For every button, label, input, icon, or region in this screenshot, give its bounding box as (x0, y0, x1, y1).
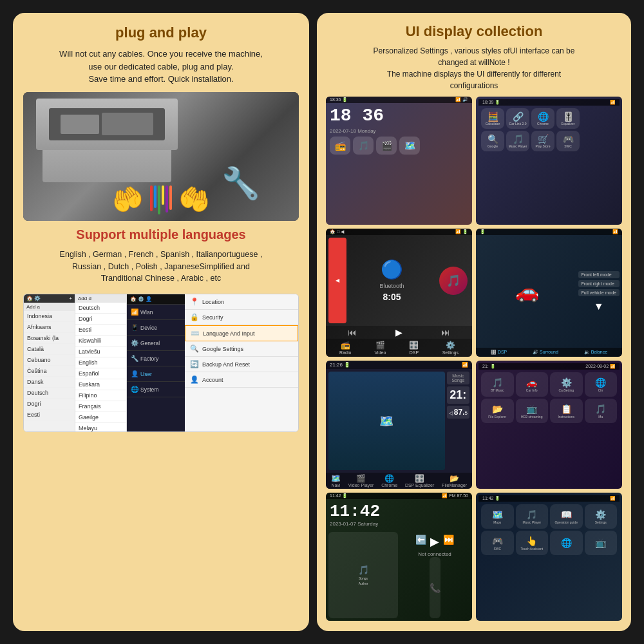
bt-controls: ⏮ ▶ ⏭ (326, 326, 472, 339)
install-image: 🤲 🤲 (23, 92, 299, 221)
app-chrome: 🌐Chrome (531, 108, 554, 129)
settings-system[interactable]: 🌐System (127, 382, 185, 397)
ui-cell-app-grid-2: 21: 🔋2022-08-02 📶 🎵BT Music 🚗Car Info ⚙️… (476, 361, 622, 489)
app-grid-container: 🧮Calculator 🔗Car Link 2.0 🌐Chrome 🎚️Equa… (478, 106, 620, 156)
app-playstore: 🛒Play Store (531, 131, 554, 151)
nav-dsp-eq: 🎛️DSP Equalizer (405, 474, 434, 488)
app2-instructions: 📋Instructions (550, 399, 583, 423)
settings-device[interactable]: 📱Device (127, 320, 185, 336)
app2-hd2: 📺HD2 streaming (516, 399, 549, 423)
app-google: 🔍Google (481, 131, 504, 151)
settings-location[interactable]: 📍 Location (185, 294, 298, 310)
right-panel: UI display collection Personalized Setti… (317, 13, 631, 631)
nav-top: 21:26 🔋📶 (326, 361, 472, 369)
bt-bottom-bar: 📻Radio 🎬Video 🎛️DSP ⚙️Settings (326, 339, 472, 357)
status-bar-1: 18:36 🔋📶 🔊 (326, 97, 472, 103)
video-icon-cell1: 🎬 (376, 137, 397, 155)
ui-cell-clock2: 11:42 🔋📶 FM 87.50 11:42 2023-01-07 Satur… (326, 493, 472, 621)
status-bar-2: 18:39 🔋📶 (478, 99, 620, 106)
app-carlink: 🔗Car Link 2.0 (506, 108, 529, 129)
settings-general[interactable]: ⚙️General (127, 336, 185, 351)
ui-cell-clock-music: 18:36 🔋📶 🔊 18 36 2022-07-18 Monday 📻 🎵 🎬… (326, 97, 472, 225)
nav-main: 🗺️ Music Songs 21: ◁ 87.5 (326, 369, 472, 473)
cell1-icons: 📻 🎵 🎬 🗺️ (326, 134, 472, 157)
install-image-inner: 🤲 🤲 (23, 92, 299, 221)
app3-extra1: 🌐 (550, 531, 583, 555)
bt-left-bar: ◀ (328, 238, 346, 323)
app2-car-info: 🚗Car Info (516, 372, 549, 397)
app-grid-2-container: 🎵BT Music 🚗Car Info ⚙️CarSetting 🌐Chr 📂F… (478, 370, 620, 426)
nav-video-player: 🎬Video Player (348, 474, 374, 488)
left-panel: plug and play Will not cut any cables. O… (13, 13, 309, 631)
bt-main: ◀ 🔵 Bluetooth 8:05 🎵 (326, 235, 472, 326)
bt-time: 8:05 (383, 292, 401, 302)
app-row-1: 🧮Calculator 🔗Car Link 2.0 🌐Chrome 🎚️Equa… (481, 108, 617, 129)
clock2-songs: 🎵 Songs Author (328, 532, 398, 618)
front-left-mode[interactable]: Front left mode (578, 271, 620, 278)
settings-backup[interactable]: 🔄 Backup And Reset (185, 357, 298, 372)
clock2-date: 2023-01-07 Saturday (330, 521, 380, 527)
plug-play-title: plug and play (23, 24, 299, 41)
ui-collection-desc: Personalized Settings , various styles o… (326, 45, 622, 91)
cell1-time: 18 36 (326, 103, 472, 128)
app-calculator: 🧮Calculator (481, 108, 504, 129)
app-equalizer: 🎚️Equalizer (556, 108, 580, 129)
settings-screenshot: 🏠⚙️+ Add a Indonesia Afrikaans Bosanski … (23, 294, 299, 432)
settings-user[interactable]: 👤User (127, 366, 185, 382)
status-bar-7: 11:42 🔋📶 FM 87.50 (326, 493, 472, 499)
clock2-play[interactable]: ▶ (430, 535, 439, 549)
ui-grid: 18:36 🔋📶 🔊 18 36 2022-07-18 Monday 📻 🎵 🎬… (326, 97, 622, 621)
app3-touch-assistant: 👆Touch Assistant (516, 531, 549, 555)
maps-icon-cell1: 🗺️ (399, 137, 420, 155)
settings-account[interactable]: 👤 Account (185, 372, 298, 388)
app2-car-setting: ⚙️CarSetting (550, 372, 583, 397)
bt-next[interactable]: ⏭ (441, 327, 450, 337)
clock2-not-connected: Not connected (418, 551, 451, 557)
nav-navi: 🗺️Navi (331, 474, 341, 488)
clock2-bottom: 🎵 Songs Author ⬅️ ▶ ⏭️ Not connected 📞 (326, 529, 472, 621)
nav-right: Music Songs 21: ◁ 87.5 (447, 372, 469, 470)
radio-icon-cell1: 📻 (330, 137, 350, 155)
main-container: plug and play Will not cut any cables. O… (6, 6, 638, 638)
settings-google[interactable]: 🔍 Google Settings (185, 341, 298, 357)
nav-speed: ◁ 87.5 (447, 406, 469, 419)
bt-right: 🎵 (437, 238, 469, 323)
dsp-item: 🎛️ DSP (491, 350, 507, 355)
full-vehicle-mode[interactable]: Full vehicle mode (578, 289, 620, 296)
music-icon-cell1: 🎵 (353, 137, 374, 155)
status-bar-4: 🔋📶 (476, 229, 622, 235)
bt-nav-dsp: 🎛️DSP (409, 341, 419, 355)
clock2-phone: 📞 (430, 557, 440, 618)
settings-menu-col: 🏠 ⚙️ 👤 📶Wlan 📱Device ⚙️General 🔧Factory … (127, 294, 185, 431)
settings-security[interactable]: 🔒 Security (185, 310, 298, 325)
app2-file-explorer: 📂File Explorer (481, 399, 514, 423)
clock2-prev[interactable]: ⬅️ (415, 535, 426, 549)
clock2-next[interactable]: ⏭️ (443, 535, 454, 549)
clock2-controls: ⬅️ ▶ ⏭️ (413, 532, 457, 551)
bt-prev[interactable]: ⏮ (348, 327, 357, 337)
settings-factory[interactable]: 🔧Factory (127, 351, 185, 366)
ui-cell-navigation: 21:26 🔋📶 🗺️ Music Songs 21: ◁ 87.5 (326, 361, 472, 489)
plug-play-desc: Will not cut any cables. Once you receiv… (23, 48, 299, 86)
bt-play[interactable]: ▶ (395, 327, 402, 337)
front-right-mode[interactable]: Front right mode (578, 280, 620, 287)
bt-center: 🔵 Bluetooth 8:05 (348, 238, 435, 323)
ui-cell-app-grid: 18:39 🔋📶 🧮Calculator 🔗Car Link 2.0 🌐Chro… (476, 97, 622, 225)
app3-maps: 🗺️Maps (481, 504, 514, 529)
ui-cell-app-grid-3: 11:42 🔋📶 🗺️Maps 🎵Music Player 📖Operation… (476, 493, 622, 621)
bt-album-art: 🎵 (439, 267, 468, 295)
settings-language-input[interactable]: ⌨️ Lanquage And Input (185, 325, 298, 341)
lang-title: Support multiple languages (23, 227, 299, 242)
settings-wlan[interactable]: 📶Wlan (127, 305, 185, 320)
app-swc: 🎮SWC (556, 131, 580, 151)
nav-chrome: 🌐Chrome (381, 474, 397, 488)
ui-cell-bluetooth: 🏠 □ ◀📶 🔋 ◀ 🔵 Bluetooth 8:05 🎵 ⏮ ▶ (326, 229, 472, 357)
app2-bt-music: 🎵BT Music (481, 372, 514, 397)
bt-nav-video: 🎬Video (375, 341, 386, 355)
nav-map: 🗺️ (328, 372, 445, 470)
bt-nav-radio: 📻Radio (339, 341, 351, 355)
bluetooth-icon: 🔵 (381, 259, 403, 280)
car-display: 🚗 (478, 238, 576, 345)
nav-bottom-bar: 🗺️Navi 🎬Video Player 🌐Chrome 🎛️DSP Equal… (326, 473, 472, 489)
car-down-arrow: ▼ (578, 301, 620, 312)
